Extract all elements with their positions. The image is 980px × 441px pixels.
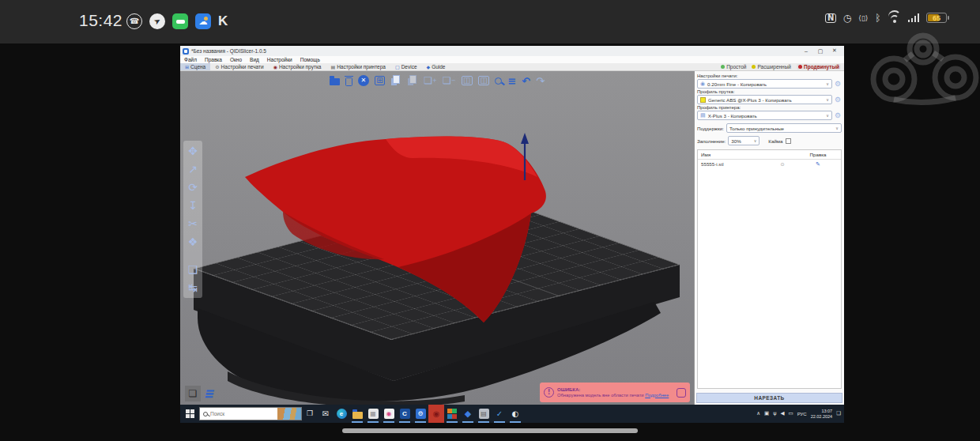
explorer-app-icon[interactable] [349,405,365,423]
layer-editing-button[interactable]: ≡ [507,74,516,87]
language-indicator[interactable]: РУС [797,412,807,416]
close-button[interactable]: ✕ [827,48,842,55]
opera-app-icon[interactable]: ◐ [507,405,523,423]
printer-profile-select[interactable]: ▤ X-Plus 3 - Копировать ∨ [697,111,832,120]
notifications-icon[interactable]: ❑ [836,411,841,416]
news-thumbnail[interactable] [277,408,301,420]
qidislicer-taskbar-icon[interactable]: ◆ [460,405,476,423]
move-tool[interactable]: ✥ [188,145,198,156]
phone-clock: 15:42 [79,11,122,30]
print-profile-gear-icon[interactable]: ⚙ [834,81,842,88]
gesture-bar[interactable] [342,428,638,433]
slice-button[interactable]: НАРЕЗАТЬ [696,393,842,403]
toast-message: Обнаружена модель вне области печати [557,393,644,398]
tab-plater[interactable]: ⊞ Сцена [180,63,210,70]
tab-printer-settings[interactable]: ▤ Настройки принтера [326,63,390,70]
supports-select[interactable]: Только принудительные ∨ [726,123,842,133]
paint-tool[interactable]: ❖ [188,236,198,247]
active-app-icon[interactable]: ◉ [428,405,444,423]
mosaic-app-icon[interactable] [444,405,460,423]
defender-icon[interactable]: ▣ [764,411,769,416]
remove-instance-button[interactable]: ❏− [443,74,456,87]
scale-tool[interactable]: ↗ [188,164,198,175]
settings-app-icon[interactable]: ⚙ [413,405,428,423]
c-app-icon[interactable]: C [397,405,413,423]
mode-advanced[interactable]: Расширенный [752,64,791,70]
nfc-icon: N [825,13,835,23]
start-button[interactable] [180,405,199,423]
menu-help[interactable]: Помощь [300,57,320,62]
editor-view-button[interactable]: ❏ [185,386,201,401]
add-instance-button[interactable]: ❏+ [424,74,437,87]
printer-icon: ▤ [700,113,706,119]
check-app-icon[interactable]: ✓ [492,405,507,423]
printer-profile-gear-icon[interactable]: ⚙ [834,112,842,119]
tray-clock[interactable]: 13:0722.02.2024 [811,409,833,419]
edit-object-icon[interactable]: ✎ [816,162,820,168]
search-tool-button[interactable] [495,74,502,87]
split-parts-button[interactable]: ◫ [478,74,489,87]
volume-icon[interactable]: ◀ [780,411,784,416]
mail-app-icon[interactable]: ✉ [318,405,334,423]
tab-filament-settings[interactable]: ◉ Настройки прутка [269,63,326,70]
task-view-button[interactable]: ❐ [302,405,318,423]
microphone-icon[interactable]: ψ [773,411,776,416]
cut-tool[interactable]: ✂ [188,218,198,229]
object-row[interactable]: 55555-i.stl ⊙ ✎ [698,160,841,168]
filament-profile-label: Профиль прутка: [697,89,842,94]
preview-view-button[interactable]: ≡ [203,386,216,401]
window-titlebar: *Без названия - QIDISlicer-1.0.5 – ▢ ✕ [180,46,844,56]
qidislicer-app-icon [183,48,189,55]
filament-profile-gear-icon[interactable]: ⚙ [834,96,842,104]
search-input[interactable] [210,411,266,416]
measure-tool[interactable]: ↹ [188,282,198,293]
menu-file[interactable]: Файл [184,57,197,62]
paint-app-icon[interactable]: ◉ [381,405,397,423]
menu-settings[interactable]: Настройки [267,57,292,62]
filament-profile-select[interactable]: Generic ABS @X-Plus 3 - Копировать ∨ [697,95,832,104]
print-settings-label: Настройки печати: [697,74,842,78]
guide-icon: ◆ [427,65,431,70]
mode-expert[interactable]: Продвинутый [797,64,841,70]
toast-details-link[interactable]: Подробнее [645,393,669,398]
column-name: Имя [701,152,767,157]
place-on-face-tool[interactable]: ↧ [188,200,198,211]
taskbar-search[interactable] [199,407,302,420]
warning-icon: ! [544,387,554,398]
infill-select[interactable]: 30% ∨ [728,136,760,145]
device-icon: ▢ [395,65,400,70]
tab-guide[interactable]: ◆ Guide [422,63,450,70]
document-app-icon[interactable]: ▤ [476,405,492,423]
chevron-down-icon: ∨ [826,98,829,102]
edge-app-icon[interactable]: e [334,405,349,423]
print-profile-select[interactable]: ◉ 0.20mm Fine - Копировать ∨ [697,79,832,89]
maximize-button[interactable]: ▢ [813,48,827,55]
network-icon[interactable]: ▭ [788,411,793,416]
paste-button[interactable] [407,74,418,87]
profile-icon: ◉ [700,81,705,87]
viewport-3d[interactable]: ✕ ⊞ ❏+ ❏− ◫ ◫ ≡ ↶ ↷ ✥ ↗ ⟳ ↧ ✂ ❖ ❏ ↹ ❏ ≡ [180,71,694,405]
cube-tool[interactable]: ❏ [188,264,198,275]
split-objects-button[interactable]: ◫ [462,74,473,87]
rotate-tool[interactable]: ⟳ [188,182,198,193]
delete-button[interactable] [345,74,352,87]
menu-edit[interactable]: Правка [205,57,222,62]
import-file-button[interactable] [330,74,340,87]
visibility-eye-icon[interactable]: ⊙ [767,162,798,167]
minimize-button[interactable]: – [799,48,813,55]
windows-taskbar: ❐ ✉ e ▦ ◉ C ⚙ ◉ ◆ ▤ ✓ ◐ ∧ ▣ ψ ◀ ▭ РУС 13… [180,405,844,423]
hidden-icons-chevron[interactable]: ∧ [756,411,760,416]
toast-close-icon[interactable] [677,388,686,398]
menu-view[interactable]: Вид [250,57,259,62]
arrange-button[interactable]: ⊞ [375,74,385,87]
redo-button[interactable]: ↷ [536,74,545,87]
menu-window[interactable]: Окно [230,57,242,62]
undo-button[interactable]: ↶ [522,74,530,87]
tab-device[interactable]: ▢ Device [390,63,422,70]
mode-simple[interactable]: Простой [721,64,746,70]
copy-button[interactable] [390,74,401,87]
store-app-icon[interactable]: ▦ [365,405,381,423]
brim-checkbox[interactable] [786,138,791,144]
tab-print-settings[interactable]: ⚙ Настройки печати [210,63,268,70]
delete-all-button[interactable]: ✕ [358,74,369,87]
